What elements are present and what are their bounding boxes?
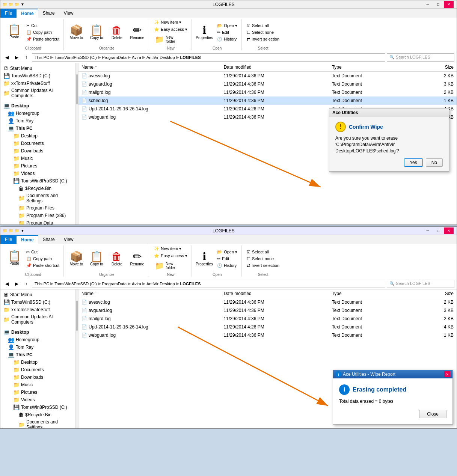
cut-btn-2[interactable]: ✂ Cut [24, 249, 61, 255]
select-all-btn-1[interactable]: ☑ Select all [245, 23, 281, 29]
sidebar-item-downloads[interactable]: 📁 Downloads [0, 147, 75, 155]
table-row[interactable]: 📄avesvc.log 11/29/2014 4:36 PM Text Docu… [78, 298, 457, 306]
delete-btn-2[interactable]: 🗑 Delete [107, 250, 126, 268]
sidebar-item-pictures[interactable]: 📁 Pictures [0, 162, 75, 170]
sidebar2-drive[interactable]: 💾 TomsWin8SSD (C:) [0, 298, 75, 306]
up-btn-1[interactable]: ↑ [22, 53, 30, 62]
sidebar2-downloads[interactable]: 📁 Downloads [0, 374, 75, 381]
report-close-btn[interactable]: Close [419, 410, 446, 418]
new-folder-btn-2[interactable]: 📁 New folder [152, 260, 171, 272]
bc-logfiles[interactable]: LOGFILES [180, 55, 201, 60]
sidebar-item-tomray[interactable]: 👤 Tom Ray [0, 117, 75, 125]
search-box-1[interactable]: 🔍 Search LOGFILES [387, 53, 454, 62]
invert-btn-2[interactable]: ⇄ Invert selection [245, 262, 281, 269]
sidebar2-recycle[interactable]: 🗑 $Recycle.Bin [0, 411, 75, 419]
minimize-btn-1[interactable]: ─ [423, 1, 433, 8]
table-row[interactable]: 📄mailgrd.log 11/29/2014 4:36 PM Text Doc… [78, 315, 457, 323]
maximize-btn-1[interactable]: □ [433, 1, 443, 8]
bc-drive[interactable]: TomsWin8ProSSD (C:) [54, 55, 97, 60]
table-row-selected[interactable]: 📄sched.log 11/29/2014 4:36 PM Text Docum… [78, 96, 457, 105]
sidebar2-music[interactable]: 📁 Music [0, 381, 75, 389]
open-btn-2[interactable]: 📂 Open ▾ [215, 249, 239, 255]
sidebar-scroll-1[interactable] [75, 63, 78, 224]
rename-btn-2[interactable]: ✏ Rename [128, 250, 146, 268]
sidebar-item-music[interactable]: 📁 Music [0, 155, 75, 162]
bc2-antivir[interactable]: AntiVir Desktop [146, 282, 175, 286]
forward-btn-1[interactable]: ▶ [12, 53, 21, 62]
table-row[interactable]: 📄webguard.log 11/29/2014 4:36 PM Text Do… [78, 331, 457, 339]
tab-view-2[interactable]: View [59, 235, 78, 244]
bc2-avira[interactable]: Avira [132, 282, 141, 286]
sidebar-item-videos[interactable]: 📁 Videos [0, 170, 75, 177]
bc2-drive[interactable]: TomsWin8ProSSD (C:) [54, 282, 97, 286]
sidebar2-drive2[interactable]: 💾 TomsWin8ProSSD (C:) [0, 404, 75, 411]
new-item-btn-2[interactable]: ✨ New item ▾ [152, 246, 189, 252]
sidebar-item-drive2[interactable]: 💾 TomsWin8ProSSD (C:) [0, 177, 75, 185]
sidebar2-docsettings[interactable]: 📁 Documents and Settings [0, 419, 75, 428]
delete-btn-1[interactable]: 🗑 Delete [107, 23, 126, 42]
properties-btn-1[interactable]: ℹ Properties [195, 23, 214, 42]
sidebar2-docs[interactable]: 📁 Documents [0, 366, 75, 374]
history-btn-2[interactable]: 🕐 History [215, 262, 239, 269]
copy-path-btn-2[interactable]: 📋 Copy path [24, 256, 61, 262]
new-item-btn-1[interactable]: ✨ New item ▾ [152, 19, 189, 26]
tab-share-2[interactable]: Share [38, 235, 59, 244]
select-none-btn-2[interactable]: ☐ Select none [245, 256, 281, 262]
select-none-btn-1[interactable]: ☐ Select none [245, 29, 281, 36]
col-type-1[interactable]: Type [329, 64, 417, 71]
new-folder-btn-1[interactable]: 📁 New folder [152, 33, 171, 45]
col-date-1[interactable]: Date modified [221, 64, 329, 71]
report-close-x-btn[interactable]: ✕ [444, 371, 450, 377]
col-name-2[interactable]: Name ↑ [78, 290, 221, 297]
sidebar2-pictures[interactable]: 📁 Pictures [0, 389, 75, 396]
sidebar-scroll-2[interactable] [75, 289, 78, 428]
table-row[interactable]: 📄avguard.log 11/29/2014 4:36 PM Text Doc… [78, 80, 457, 88]
sidebar-item-docsettings[interactable]: 📁 Documents and Settings [0, 192, 75, 204]
up-btn-2[interactable]: ↑ [22, 280, 30, 288]
close-btn-2[interactable]: ✕ [444, 227, 454, 234]
edit-btn-1[interactable]: ✏ Edit [215, 29, 239, 36]
bc-progdata[interactable]: ProgramData [102, 55, 127, 60]
sidebar2-startmenu[interactable]: 🖥 Start Menu [0, 291, 75, 298]
sidebar-item-desktop-root[interactable]: 💻 Desktop [0, 102, 75, 110]
sidebar2-tomray[interactable]: 👤 Tom Ray [0, 343, 75, 351]
sidebar-item-documents[interactable]: 📁 Documents [0, 140, 75, 147]
select-all-btn-2[interactable]: ☑ Select all [245, 249, 281, 255]
yes-btn[interactable]: Yes [404, 158, 423, 167]
open-btn-1[interactable]: 📂 Open ▾ [215, 23, 239, 29]
paste-shortcut-btn-2[interactable]: 📌 Paste shortcut [24, 262, 61, 269]
col-date-2[interactable]: Date modified [221, 290, 329, 297]
table-row[interactable]: 📄avesvc.log 11/29/2014 4:36 PM Text Docu… [78, 72, 457, 80]
sidebar-item-thispc[interactable]: 💻 This PC [0, 125, 75, 132]
sidebar-item-progfiles86[interactable]: 📁 Program Files (x86) [0, 212, 75, 219]
no-btn[interactable]: No [426, 158, 443, 167]
table-row[interactable]: 📄avguard.log 11/29/2014 4:36 PM Text Doc… [78, 306, 457, 315]
bc2-pc[interactable]: This PC [35, 282, 49, 286]
tab-home-2[interactable]: Home [17, 235, 38, 244]
easy-access-btn-1[interactable]: ⭐ Easy access ▾ [152, 26, 189, 33]
close-btn-1[interactable]: ✕ [444, 1, 454, 8]
col-name-1[interactable]: Name ↑ [78, 64, 221, 71]
tab-share-1[interactable]: Share [38, 9, 59, 18]
copy-path-btn-1[interactable]: 📋 Copy path [24, 29, 61, 36]
search-box-2[interactable]: 🔍 Search LOGFILES [387, 280, 454, 288]
copy-to-btn-2[interactable]: 📋 Copy to [87, 250, 106, 268]
sidebar-item-progdata[interactable]: 📁 ProgramData [0, 219, 75, 224]
back-btn-2[interactable]: ◀ [3, 280, 11, 288]
properties-btn-2[interactable]: ℹ Properties [195, 250, 214, 268]
sidebar2-desktop2[interactable]: 📁 Desktop [0, 359, 75, 366]
move-to-btn-2[interactable]: 📦 Move to [67, 250, 86, 268]
sidebar2-videos[interactable]: 📁 Videos [0, 396, 75, 404]
col-type-2[interactable]: Type [329, 290, 417, 297]
sidebar-item-private[interactable]: 📁 xxTomsPrivateStuff [0, 80, 75, 87]
cut-btn-1[interactable]: ✂ Cut [24, 23, 61, 29]
bc2-progdata[interactable]: ProgramData [102, 282, 127, 286]
edit-btn-2[interactable]: ✏ Edit [215, 256, 239, 262]
sidebar-item-updates[interactable]: 📁 Common Updates All Computers [0, 87, 75, 99]
invert-btn-1[interactable]: ⇄ Invert selection [245, 36, 281, 42]
history-btn-1[interactable]: 🕐 History [215, 36, 239, 42]
sidebar-item-startmenu[interactable]: 🖥 Start Menu [0, 65, 75, 72]
paste-btn-2[interactable]: 📋 Paste [5, 249, 24, 269]
table-row[interactable]: 📄Upd-2014-11-29-16-26-14.log 11/29/2014 … [78, 323, 457, 331]
forward-btn-2[interactable]: ▶ [12, 280, 21, 288]
